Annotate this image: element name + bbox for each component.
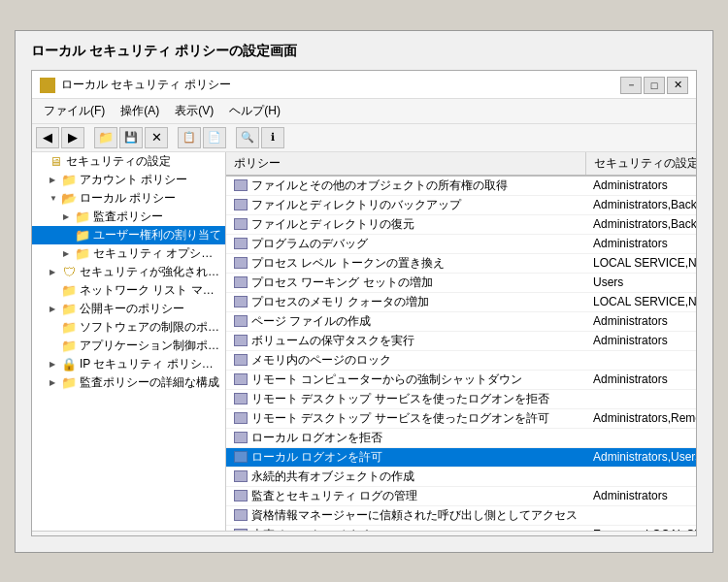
tree-folder-icon: 📁 <box>61 173 77 186</box>
policy-setting: Administrators <box>585 311 696 331</box>
tree-arrow-icon: ▶ <box>50 268 61 276</box>
policy-setting: Everyone,LOCAL SERVICE,... <box>585 525 696 531</box>
policy-doc-icon <box>234 238 248 249</box>
tree-folder-icon: 📁 <box>75 246 90 260</box>
menu-item[interactable]: 操作(A) <box>113 101 167 121</box>
table-row[interactable]: ローカル ログオンを拒否 <box>226 428 696 447</box>
table-row[interactable]: プロセス ワーキング セットの増加Users <box>226 273 696 292</box>
tree-folder-icon: 🔒 <box>61 357 77 371</box>
folder-button[interactable]: 📁 <box>94 127 117 148</box>
tree-item-label: アカウント ポリシー <box>80 172 187 188</box>
title-bar-buttons: － □ ✕ <box>620 77 688 94</box>
tree-item[interactable]: 🖥セキュリティの設定 <box>32 152 225 171</box>
policy-name: ファイルとディレクトリのバックアップ <box>226 195 585 214</box>
table-row[interactable]: ページ ファイルの作成Administrators <box>226 311 696 331</box>
table-row[interactable]: 走査チェックのバイパスEveryone,LOCAL SERVICE,... <box>226 525 696 531</box>
tree-folder-icon: 🖥 <box>48 154 63 168</box>
policy-setting: Administrators <box>585 331 696 350</box>
save-button[interactable]: 💾 <box>119 127 143 148</box>
minimize-button[interactable]: － <box>620 77 642 94</box>
tree-item[interactable]: ▶📁アカウント ポリシー <box>32 171 225 189</box>
table-row[interactable]: ボリュームの保守タスクを実行Administrators <box>226 331 696 350</box>
table-row[interactable]: 永続的共有オブジェクトの作成 <box>226 467 696 486</box>
table-row[interactable]: 監査とセキュリティ ログの管理Administrators <box>226 486 696 505</box>
policy-setting: LOCAL SERVICE,NETWOR... <box>585 253 696 273</box>
maximize-button[interactable]: □ <box>644 77 665 94</box>
tree-item[interactable]: ▶🛡セキュリティが強化された Windows Defen <box>32 263 225 281</box>
policy-setting: LOCAL SERVICE,NETWOR... <box>585 292 696 311</box>
table-row[interactable]: ファイルとディレクトリのバックアップAdministrators,Backup … <box>226 195 696 214</box>
tree-item[interactable]: ▶📁セキュリティ オプション <box>32 244 225 263</box>
table-row[interactable]: ローカル ログオンを許可Administrators,Users,Bac... <box>226 447 696 467</box>
tree-item[interactable]: ▶📁公開キーのポリシー <box>32 300 225 318</box>
menu-item[interactable]: ファイル(F) <box>36 101 113 121</box>
policy-setting: Administrators,Users,Bac... <box>585 447 696 467</box>
policy-doc-icon <box>234 470 248 482</box>
policy-name: 監査とセキュリティ ログの管理 <box>226 486 585 505</box>
tree-arrow-icon: ▶ <box>50 305 61 313</box>
table-row[interactable]: プログラムのデバッグAdministrators <box>226 234 696 253</box>
tree-folder-icon: 📁 <box>61 320 77 334</box>
search-button[interactable]: 🔍 <box>236 127 259 148</box>
table-row[interactable]: リモート デスクトップ サービスを使ったログオンを拒否 <box>226 389 696 408</box>
tree-folder-icon: 📁 <box>61 302 77 315</box>
policy-doc-icon <box>234 335 248 346</box>
tree-folder-icon: 📁 <box>75 228 90 242</box>
table-row[interactable]: リモート コンピューターからの強制シャットダウンAdministrators <box>226 370 696 389</box>
table-row[interactable]: ファイルとディレクトリの復元Administrators,Backup O... <box>226 214 696 234</box>
tree-item[interactable]: 📁アプリケーション制御ポリシー <box>32 337 225 355</box>
policy-name: プロセス レベル トークンの置き換え <box>226 253 585 273</box>
tree-item-label: 公開キーのポリシー <box>80 301 184 317</box>
menu-item[interactable]: 表示(V) <box>167 101 221 121</box>
tree-item[interactable]: 📁ユーザー権利の割り当て <box>32 226 225 244</box>
policy-name: リモート デスクトップ サービスを使ったログオンを拒否 <box>226 389 585 408</box>
policy-setting: Users <box>585 273 696 292</box>
info-button[interactable]: ℹ <box>261 127 284 148</box>
outer-title: ローカル セキュリティ ポリシーの設定画面 <box>31 43 697 60</box>
policy-setting <box>585 350 696 370</box>
table-row[interactable]: ファイルとその他のオブジェクトの所有権の取得Administrators <box>226 176 696 196</box>
policy-setting: Administrators <box>585 234 696 253</box>
outer-window: ローカル セキュリティ ポリシーの設定画面 ローカル セキュリティ ポリシー －… <box>15 30 713 553</box>
tree-arrow-icon: ▶ <box>50 176 61 184</box>
close-button[interactable]: ✕ <box>667 77 688 94</box>
policy-name: 永続的共有オブジェクトの作成 <box>226 467 585 486</box>
tree-item-label: セキュリティ オプション <box>93 245 221 262</box>
policy-doc-icon <box>234 276 248 288</box>
policy-doc-icon <box>234 509 248 521</box>
table-row[interactable]: 資格情報マネージャーに信頼された呼び出し側としてアクセス <box>226 505 696 525</box>
policy-setting: Administrators <box>585 486 696 505</box>
tree-arrow-icon: ▶ <box>50 360 61 369</box>
tree-item[interactable]: ▼📂ローカル ポリシー <box>32 189 225 208</box>
policy-setting: Administrators,Backup O... <box>585 214 696 234</box>
policy-doc-icon <box>234 296 248 307</box>
table-row[interactable]: メモリ内のページのロック <box>226 350 696 370</box>
table-row[interactable]: プロセス レベル トークンの置き換えLOCAL SERVICE,NETWOR..… <box>226 253 696 273</box>
tree-item[interactable]: ▶🔒IP セキュリティ ポリシー (ローカル コンピュータ <box>32 355 225 373</box>
table-row[interactable]: リモート デスクトップ サービスを使ったログオンを許可Administrator… <box>226 408 696 428</box>
tree-item-label: 監査ポリシーの詳細な構成 <box>80 374 219 391</box>
policy-doc-icon <box>234 373 248 385</box>
tree-item-label: ローカル ポリシー <box>80 190 176 207</box>
paste-button[interactable]: 📄 <box>203 127 226 148</box>
tree-item[interactable]: ▶📁監査ポリシー <box>32 208 225 226</box>
back-button[interactable]: ◀ <box>36 127 59 148</box>
tree-item-label: セキュリティの設定 <box>66 153 171 170</box>
copy-button[interactable]: 📋 <box>178 127 201 148</box>
right-pane[interactable]: ポリシー セキュリティの設定 ファイルとその他のオブジェクトの所有権の取得Adm… <box>226 152 696 531</box>
title-bar-left: ローカル セキュリティ ポリシー <box>40 77 231 93</box>
policy-setting: Administrators <box>585 370 696 389</box>
tree-folder-icon: 📂 <box>61 191 77 205</box>
tree-item-label: ソフトウェアの制限のポリシー <box>80 319 221 336</box>
tree-item-label: ユーザー権利の割り当て <box>93 227 221 243</box>
policy-name: ローカル ログオンを拒否 <box>226 428 585 447</box>
tree-item[interactable]: 📁ネットワーク リスト マネージャー ポリシー <box>32 281 225 300</box>
forward-button[interactable]: ▶ <box>61 127 84 148</box>
tree-item-label: 監査ポリシー <box>93 209 163 225</box>
menu-item[interactable]: ヘルプ(H) <box>221 101 288 121</box>
tree-item[interactable]: ▶📁監査ポリシーの詳細な構成 <box>32 373 225 392</box>
delete-button[interactable]: ✕ <box>145 127 168 148</box>
tree-item[interactable]: 📁ソフトウェアの制限のポリシー <box>32 318 225 337</box>
table-row[interactable]: プロセスのメモリ クォータの増加LOCAL SERVICE,NETWOR... <box>226 292 696 311</box>
policy-doc-icon <box>234 490 248 501</box>
